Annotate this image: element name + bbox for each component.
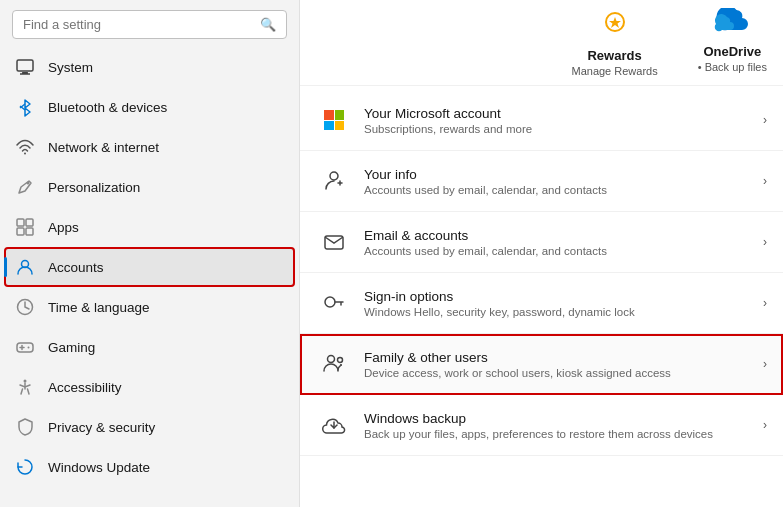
top-bar: Rewards Manage Rewards OneDrive • Back u… bbox=[300, 0, 783, 86]
rewards-icon bbox=[599, 8, 631, 46]
svg-point-31 bbox=[338, 358, 343, 363]
onedrive-subtitle: • Back up files bbox=[698, 61, 767, 73]
key-icon bbox=[316, 285, 352, 321]
svg-marker-20 bbox=[609, 17, 621, 28]
signin-options-sub: Windows Hello, security key, password, d… bbox=[364, 306, 763, 318]
privacy-icon bbox=[14, 416, 36, 438]
sidebar-item-bluetooth[interactable]: Bluetooth & devices bbox=[4, 87, 295, 127]
sidebar-item-label-network: Network & internet bbox=[48, 140, 159, 155]
sidebar-item-label-update: Windows Update bbox=[48, 460, 150, 475]
your-info-sub: Accounts used by email, calendar, and co… bbox=[364, 184, 763, 196]
sidebar-item-label-apps: Apps bbox=[48, 220, 79, 235]
svg-point-17 bbox=[24, 380, 27, 383]
onedrive-icon bbox=[714, 8, 750, 42]
svg-point-30 bbox=[328, 356, 335, 363]
sidebar-item-label-personalization: Personalization bbox=[48, 180, 140, 195]
network-icon bbox=[14, 136, 36, 158]
svg-rect-9 bbox=[17, 228, 24, 235]
search-icon: 🔍 bbox=[260, 17, 276, 32]
sidebar-item-personalization[interactable]: Personalization bbox=[4, 167, 295, 207]
email-accounts-chevron: › bbox=[763, 235, 767, 249]
backup-icon bbox=[316, 407, 352, 443]
content-item-windows-backup[interactable]: Windows backup Back up your files, apps,… bbox=[300, 395, 783, 456]
content-item-your-info[interactable]: Your info Accounts used by email, calend… bbox=[300, 151, 783, 212]
sidebar-item-apps[interactable]: Apps bbox=[4, 207, 295, 247]
sidebar-item-accessibility[interactable]: Accessibility bbox=[4, 367, 295, 407]
main-content: Rewards Manage Rewards OneDrive • Back u… bbox=[300, 0, 783, 507]
accounts-icon bbox=[14, 256, 36, 278]
rewards-subtitle: Manage Rewards bbox=[571, 65, 657, 77]
svg-rect-23 bbox=[324, 121, 334, 130]
sidebar-item-gaming[interactable]: Gaming bbox=[4, 327, 295, 367]
signin-options-title: Sign-in options bbox=[364, 289, 763, 304]
svg-point-25 bbox=[330, 172, 338, 180]
email-accounts-sub: Accounts used by email, calendar, and co… bbox=[364, 245, 763, 257]
system-icon bbox=[14, 56, 36, 78]
time-icon bbox=[14, 296, 36, 318]
svg-point-16 bbox=[28, 347, 30, 349]
sidebar-item-label-system: System bbox=[48, 60, 93, 75]
family-users-sub: Device access, work or school users, kio… bbox=[364, 367, 763, 379]
your-info-icon bbox=[316, 163, 352, 199]
email-icon bbox=[316, 224, 352, 260]
content-list: Your Microsoft account Subscriptions, re… bbox=[300, 86, 783, 460]
svg-point-5 bbox=[24, 153, 26, 155]
your-info-title: Your info bbox=[364, 167, 763, 182]
sidebar-item-label-privacy: Privacy & security bbox=[48, 420, 155, 435]
svg-rect-24 bbox=[335, 121, 344, 130]
svg-rect-7 bbox=[17, 219, 24, 226]
content-item-microsoft-account[interactable]: Your Microsoft account Subscriptions, re… bbox=[300, 90, 783, 151]
svg-rect-21 bbox=[324, 110, 334, 120]
signin-options-chevron: › bbox=[763, 296, 767, 310]
search-box[interactable]: 🔍 bbox=[12, 10, 287, 39]
svg-point-33 bbox=[340, 364, 342, 366]
family-users-chevron: › bbox=[763, 357, 767, 371]
svg-point-6 bbox=[27, 182, 30, 185]
microsoft-account-title: Your Microsoft account bbox=[364, 106, 763, 121]
sidebar-item-label-bluetooth: Bluetooth & devices bbox=[48, 100, 167, 115]
nav-items: System Bluetooth & devices bbox=[0, 47, 299, 487]
svg-rect-0 bbox=[17, 60, 33, 71]
content-item-signin-options[interactable]: Sign-in options Windows Hello, security … bbox=[300, 273, 783, 334]
onedrive-title: OneDrive bbox=[703, 44, 761, 59]
your-info-chevron: › bbox=[763, 174, 767, 188]
sidebar-item-accounts[interactable]: Accounts bbox=[4, 247, 295, 287]
sidebar-item-time[interactable]: Time & language bbox=[4, 287, 295, 327]
update-icon bbox=[14, 456, 36, 478]
sidebar-item-label-gaming: Gaming bbox=[48, 340, 95, 355]
accessibility-icon bbox=[14, 376, 36, 398]
sidebar: 🔍 System Bluetooth & de bbox=[0, 0, 300, 507]
family-icon bbox=[316, 346, 352, 382]
microsoft-account-sub: Subscriptions, rewards and more bbox=[364, 123, 763, 135]
rewards-item[interactable]: Rewards Manage Rewards bbox=[571, 8, 657, 77]
search-input[interactable] bbox=[23, 17, 252, 32]
sidebar-item-label-accounts: Accounts bbox=[48, 260, 104, 275]
microsoft-icon bbox=[316, 102, 352, 138]
sidebar-item-label-time: Time & language bbox=[48, 300, 150, 315]
content-item-family-users[interactable]: Family & other users Device access, work… bbox=[300, 334, 783, 395]
email-accounts-title: Email & accounts bbox=[364, 228, 763, 243]
sidebar-item-label-accessibility: Accessibility bbox=[48, 380, 122, 395]
onedrive-item[interactable]: OneDrive • Back up files bbox=[698, 8, 767, 77]
family-users-title: Family & other users bbox=[364, 350, 763, 365]
microsoft-account-chevron: › bbox=[763, 113, 767, 127]
gaming-icon bbox=[14, 336, 36, 358]
apps-icon bbox=[14, 216, 36, 238]
content-item-email-accounts[interactable]: Email & accounts Accounts used by email,… bbox=[300, 212, 783, 273]
svg-point-29 bbox=[325, 297, 335, 307]
windows-backup-sub: Back up your files, apps, preferences to… bbox=[364, 428, 763, 440]
windows-backup-title: Windows backup bbox=[364, 411, 763, 426]
bluetooth-icon bbox=[14, 96, 36, 118]
windows-backup-chevron: › bbox=[763, 418, 767, 432]
sidebar-item-network[interactable]: Network & internet bbox=[4, 127, 295, 167]
sidebar-item-system[interactable]: System bbox=[4, 47, 295, 87]
svg-rect-8 bbox=[26, 219, 33, 226]
sidebar-item-update[interactable]: Windows Update bbox=[4, 447, 295, 487]
personalization-icon bbox=[14, 176, 36, 198]
sidebar-item-privacy[interactable]: Privacy & security bbox=[4, 407, 295, 447]
svg-rect-10 bbox=[26, 228, 33, 235]
rewards-title: Rewards bbox=[587, 48, 641, 63]
svg-rect-22 bbox=[335, 110, 344, 120]
